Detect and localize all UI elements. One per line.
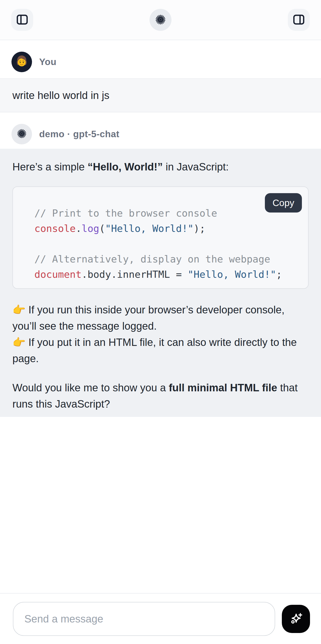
assistant-name: demo · gpt-5-chat	[39, 129, 119, 139]
tip-line-1: 👉 If you run this inside your browser’s …	[12, 302, 309, 334]
code-block: Copy // Print to the browser console con…	[12, 186, 309, 289]
assistant-question: Would you like me to show you a full min…	[12, 380, 309, 412]
user-message-band: write hello world in js	[0, 78, 321, 112]
user-message-header: You	[0, 52, 321, 72]
starburst-icon	[154, 14, 167, 26]
header-bar	[0, 0, 321, 40]
composer-bar	[0, 593, 321, 644]
panel-left-icon	[15, 13, 29, 27]
assistant-message-header: demo · gpt-5-chat	[0, 124, 321, 144]
panel-right-icon	[292, 13, 306, 27]
copy-button[interactable]: Copy	[265, 193, 302, 212]
tip-line-2: 👉 If you put it in an HTML file, it can …	[12, 334, 309, 367]
assistant-intro-line: Here’s a simple “Hello, World!” in JavaS…	[12, 159, 309, 175]
person-emoji-icon	[14, 54, 29, 70]
sparkle-plus-icon	[289, 611, 303, 626]
user-name: You	[39, 57, 56, 67]
model-button[interactable]	[150, 9, 171, 31]
assistant-avatar	[11, 124, 32, 144]
right-panel-toggle-button[interactable]	[288, 9, 310, 31]
code-content: // Print to the browser console console.…	[13, 187, 308, 288]
user-avatar	[11, 52, 32, 72]
sidebar-toggle-button[interactable]	[11, 9, 33, 31]
send-button[interactable]	[282, 605, 310, 633]
assistant-message-band: Here’s a simple “Hello, World!” in JavaS…	[0, 149, 321, 417]
starburst-icon	[16, 128, 27, 140]
user-message-text: write hello world in js	[12, 90, 109, 101]
assistant-tips: 👉 If you run this inside your browser’s …	[12, 302, 309, 367]
message-input[interactable]	[13, 602, 275, 636]
